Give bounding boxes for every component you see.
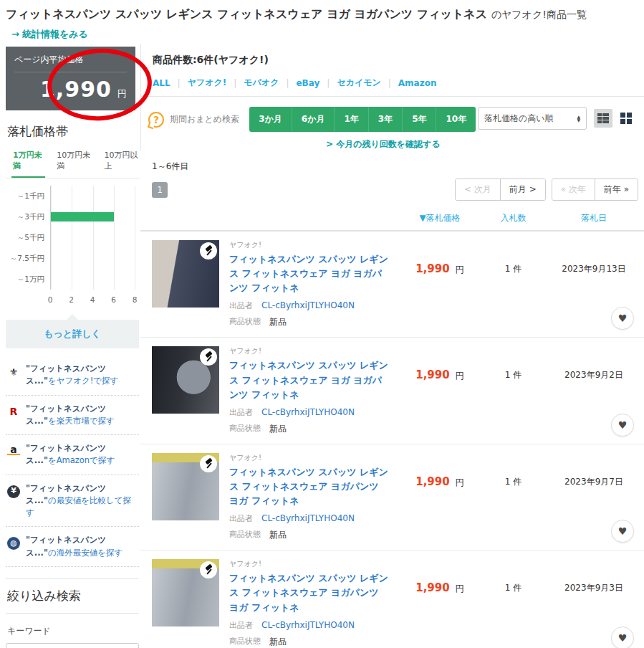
favorite-heart-button[interactable]: ♥ xyxy=(611,626,634,648)
seller-label: 出品者 xyxy=(229,300,253,311)
product-thumbnail[interactable] xyxy=(152,453,219,520)
average-price-unit: 円 xyxy=(117,88,127,99)
average-price-value: 1,990 xyxy=(40,77,112,102)
favorite-heart-button[interactable]: ♥ xyxy=(611,414,634,437)
bids-cell: 1 件 xyxy=(483,559,544,594)
condition-label: 商品状態 xyxy=(229,423,261,435)
prev-year-button[interactable]: 前年 » xyxy=(595,179,638,200)
price-cell: 1,990 円 xyxy=(397,346,483,382)
list-view-button[interactable] xyxy=(594,109,612,128)
product-thumbnail[interactable] xyxy=(152,559,219,626)
results-list: ヤフオク! フィットネスパンツ スパッツ レギンス フィットネスウェア ヨガ ヨ… xyxy=(140,232,644,648)
page-title: フィットネスパンツ スパッツ レギンス フィットネスウェア ヨガ ヨガパンツ フ… xyxy=(6,7,637,22)
tab-all[interactable]: ALL xyxy=(153,78,170,88)
tab-amazon[interactable]: Amazon xyxy=(398,78,437,88)
chart-y-axis-labels: ～1千円～3千円～5千円～7.5千円～1万円 xyxy=(6,186,50,290)
result-range: 1～6件目 xyxy=(140,151,644,173)
globe-icon: ◍ xyxy=(7,537,20,550)
favorite-heart-button[interactable]: ♥ xyxy=(611,520,634,543)
period-button-1year[interactable]: 1年 xyxy=(335,107,368,132)
product-thumbnail[interactable] xyxy=(152,240,219,308)
period-button-3years[interactable]: 3年 xyxy=(369,107,403,132)
price-cell: 1,990 円 xyxy=(397,559,483,595)
search-link-yahoo[interactable]: ⚜ "フィットネスパンツ ス..."をヤフオク!で探す xyxy=(6,356,139,396)
period-search-label: 期間おまとめ検索 xyxy=(170,113,239,125)
search-link-action: を楽天市場で探す xyxy=(48,416,115,426)
more-details-button[interactable]: もっと詳しく xyxy=(6,320,139,348)
favorite-heart-button[interactable]: ♥ xyxy=(611,307,634,330)
condition-value: 新品 xyxy=(269,636,287,648)
tab-separator: | xyxy=(234,78,236,88)
band-tab-under-10k[interactable]: 1万円未満 xyxy=(11,147,45,178)
page: フィットネスパンツ スパッツ レギンス フィットネスウェア ヨガ ヨガパンツ フ… xyxy=(0,0,644,648)
price-unit: 円 xyxy=(456,371,464,381)
chart-tick-label: ～1万円 xyxy=(6,269,50,290)
date-cell: 2023年9月13日 xyxy=(544,240,644,275)
next-year-button[interactable]: « 次年 xyxy=(552,179,595,200)
price-value: 1,990 xyxy=(415,475,449,488)
search-link-rakuten[interactable]: R "フィットネスパンツ ス..."を楽天市場で探す xyxy=(6,396,139,436)
seller-link[interactable]: CL-cByrhxiJTLYHO40N xyxy=(261,620,355,631)
bids-cell: 1 件 xyxy=(483,453,544,488)
column-price[interactable]: ▼落札価格 xyxy=(397,212,483,224)
sort-select[interactable]: 落札価格の高い順 ▲▼ xyxy=(478,107,587,130)
seller-link[interactable]: CL-cByrhxiJTLYHO40N xyxy=(261,300,355,311)
yahoo-auction-badge-icon xyxy=(200,242,217,259)
seller-label: 出品者 xyxy=(229,620,253,631)
search-link-action: をAmazonで探す xyxy=(48,455,115,465)
grid-view-button[interactable] xyxy=(617,109,635,128)
search-link-compare[interactable]: ¥ "フィットネスパンツ ス..."の最安値を比較して探す xyxy=(6,475,139,528)
search-link-action: をヤフオク!で探す xyxy=(48,376,119,386)
band-tab-under-100k[interactable]: 10万円未満 xyxy=(55,147,92,178)
period-button-6months[interactable]: 6か月 xyxy=(292,107,335,132)
band-tab-over-100k[interactable]: 10万円以上 xyxy=(103,147,140,178)
price-value: 1,990 xyxy=(415,368,449,381)
compare-icon: ¥ xyxy=(7,485,20,498)
tab-mobaoku[interactable]: モバオク xyxy=(244,77,279,89)
product-title-link[interactable]: フィットネスパンツ スパッツ レギンス フィットネスウェア ヨガパンツ ヨガ フ… xyxy=(229,465,390,508)
condition-value: 新品 xyxy=(269,423,287,435)
search-link-action: の海外最安値を探す xyxy=(48,548,122,558)
tab-separator: | xyxy=(388,78,391,88)
search-link-amazon[interactable]: a "フィットネスパンツ ス..."をAmazonで探す xyxy=(6,435,139,475)
chart-x-tick: 6 xyxy=(111,295,116,304)
product-title-link[interactable]: フィットネスパンツ スパッツ レギンス フィットネスウェア ヨガ ヨガパンツ フ… xyxy=(229,252,390,295)
year-pager: « 次年 前年 » xyxy=(552,178,638,201)
item-count: 商品件数:6件(ヤフオク!) xyxy=(141,44,644,75)
chart-bar xyxy=(51,212,114,221)
product-title-link[interactable]: フィットネスパンツ スパッツ レギンス フィットネスウェア ヨガパンツ ヨガ フ… xyxy=(229,571,390,614)
page-number-badge[interactable]: 1 xyxy=(152,182,168,198)
results-header: ▼落札価格 入札数 落札日 xyxy=(140,201,644,232)
price-cell: 1,990 円 xyxy=(397,240,483,276)
help-icon[interactable]: ? xyxy=(148,112,164,128)
next-month-button[interactable]: < 次月 xyxy=(456,179,500,200)
column-date[interactable]: 落札日 xyxy=(544,212,644,224)
tab-yahoo-auctions[interactable]: ヤフオク! xyxy=(188,77,227,89)
keyword-input[interactable] xyxy=(6,643,139,648)
tab-ebay[interactable]: eBay xyxy=(296,78,319,88)
seller-link[interactable]: CL-cByrhxiJTLYHO40N xyxy=(261,513,355,524)
period-button-5years[interactable]: 5年 xyxy=(403,107,436,132)
prev-month-button[interactable]: 前月 > xyxy=(500,179,545,200)
price-unit: 円 xyxy=(456,477,464,487)
period-button-10years[interactable]: 10年 xyxy=(436,107,476,132)
tab-separator: | xyxy=(327,78,330,88)
tab-sekaimon[interactable]: セカイモン xyxy=(337,77,380,89)
column-bids[interactable]: 入札数 xyxy=(483,212,544,224)
product-title-link[interactable]: フィットネスパンツ スパッツ レギンス フィットネスウェア ヨガ ヨガパンツ フ… xyxy=(229,358,390,401)
chart-x-tick: 2 xyxy=(69,295,74,304)
search-link-overseas[interactable]: ◍ "フィットネスパンツ ス..."の海外最安値を探す xyxy=(6,527,139,567)
product-row: ヤフオク! フィットネスパンツ スパッツ レギンス フィットネスウェア ヨガ ヨ… xyxy=(140,338,644,444)
period-button-3months[interactable]: 3か月 xyxy=(249,107,292,132)
seller-label: 出品者 xyxy=(229,513,253,524)
chart-x-tick: 4 xyxy=(90,295,95,304)
select-arrows-icon: ▲▼ xyxy=(577,115,580,122)
average-price-label: ページ内平均価格 xyxy=(14,54,127,66)
product-row: ヤフオク! フィットネスパンツ スパッツ レギンス フィットネスウェア ヨガ ヨ… xyxy=(140,232,644,338)
stats-info-link[interactable]: →統計情報をみる xyxy=(11,28,88,41)
product-thumbnail[interactable] xyxy=(152,346,219,414)
divider xyxy=(14,72,127,72)
remaining-count-link[interactable]: > 今月の残り回数を確認する xyxy=(326,139,441,149)
keyword-label: キーワード xyxy=(7,625,140,637)
seller-link[interactable]: CL-cByrhxiJTLYHO40N xyxy=(261,407,355,418)
